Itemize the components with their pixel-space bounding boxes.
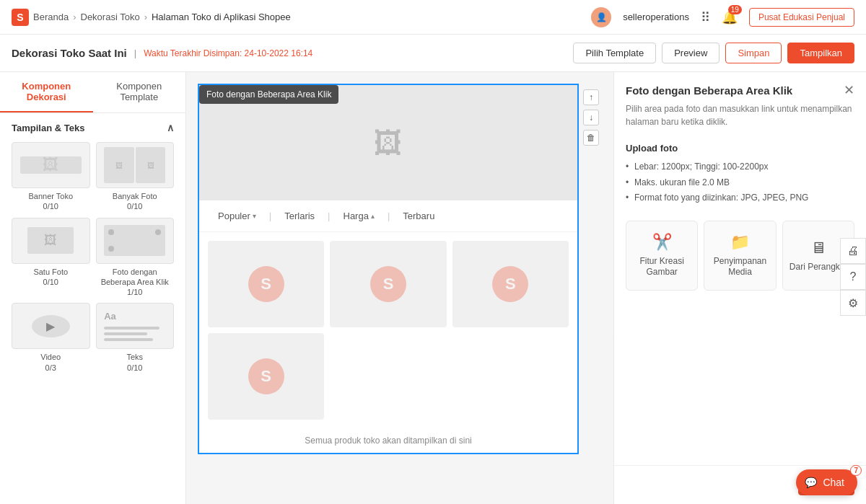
chevron-down-icon: ▾ — [253, 212, 256, 220]
left-sidebar: Komponen Dekorasi Komponen Template Tamp… — [0, 72, 186, 504]
filter-populer[interactable]: Populer ▾ — [208, 206, 266, 226]
username: selleroperations — [623, 12, 689, 22]
upload-rule-1: Lebar: 1200px; Tinggi: 100-2200px — [626, 159, 854, 175]
delete-button[interactable]: 🗑 — [583, 130, 599, 146]
floating-help-button[interactable]: ? — [840, 264, 866, 290]
grid-icon[interactable]: ⠿ — [701, 9, 710, 25]
right-panel-header: Foto dengan Beberapa Area Klik ✕ — [614, 72, 866, 100]
last-saved-time: Waktu Terakhir Disimpan: 24-10-2022 16:1… — [144, 48, 312, 58]
sidebar-item-satu-foto[interactable]: 🖼 Satu Foto 0/10 — [12, 218, 90, 298]
notification-bell[interactable]: 🔔 19 — [722, 9, 738, 25]
sidebar-tabs: Komponen Dekorasi Komponen Template — [0, 72, 185, 113]
components-grid: 🖼 Banner Toko 0/10 🖼 🖼 Banyak Foto — [0, 139, 185, 381]
filter-terlaris[interactable]: Terlaris — [274, 206, 325, 226]
right-panel: Foto dengan Beberapa Area Klik ✕ Pilih a… — [613, 72, 866, 504]
tab-komponen-template[interactable]: Komponen Template — [93, 72, 186, 112]
main-layout: Komponen Dekorasi Komponen Template Tamp… — [0, 72, 866, 504]
top-nav: S Beranda › Dekorasi Toko › Halaman Toko… — [0, 0, 866, 35]
breadcrumb-current: Halaman Toko di Aplikasi Shopee — [152, 12, 291, 22]
pusat-edukasi-button[interactable]: Pusat Edukasi Penjual — [749, 8, 854, 27]
simpan-button[interactable]: Simpan — [725, 43, 782, 63]
sidebar-item-banner-toko[interactable]: 🖼 Banner Toko 0/10 — [12, 142, 90, 212]
collapse-arrow[interactable]: ∧ — [167, 122, 174, 133]
tab-komponen-dekorasi[interactable]: Komponen Dekorasi — [0, 72, 93, 112]
chat-button[interactable]: 💬 Chat 7 — [796, 469, 857, 495]
product-item-3: S — [452, 241, 569, 327]
floating-print-button[interactable]: 🖨 — [840, 238, 866, 264]
product-item-2: S — [330, 241, 446, 327]
filter-harga[interactable]: Harga ▴ — [333, 206, 385, 226]
upload-rule-3: Format foto yang diizinkan: JPG, JPEG, P… — [626, 190, 854, 206]
filter-terbaru[interactable]: Terbaru — [393, 206, 445, 226]
upload-rule-2: Maks. ukuran file 2.0 MB — [626, 175, 854, 191]
notification-badge: 19 — [728, 5, 742, 14]
chevron-harga-icon: ▴ — [371, 212, 375, 220]
middle-content: Foto dengan Beberapa Area Klik 🖼 Populer… — [186, 72, 613, 504]
teks-count: 0/10 — [127, 363, 142, 372]
shopee-placeholder-icon-3: S — [492, 266, 528, 302]
sidebar-item-video[interactable]: ▶ Video 0/3 — [12, 303, 90, 373]
banner-count: 0/10 — [43, 202, 58, 211]
satu-foto-count: 0/10 — [43, 278, 58, 286]
right-panel-title: Foto dengan Beberapa Area Klik — [626, 84, 792, 97]
chat-count-badge: 7 — [850, 465, 862, 476]
satu-foto-icon: 🖼 — [44, 233, 57, 248]
product-item-1: S — [208, 241, 324, 327]
video-icon: ▶ — [46, 319, 55, 333]
move-up-button[interactable]: ↑ — [583, 89, 599, 105]
teks-label: Teks — [126, 353, 143, 361]
page-title: Dekorasi Toko Saat Ini — [12, 47, 127, 59]
section-header: Tampilan & Teks ∧ — [0, 113, 185, 139]
foto-area-count: 1/10 — [127, 288, 142, 296]
foto-area-label: Foto dengan Beberapa Area Klik — [101, 268, 169, 286]
penyimpanan-icon: 📁 — [730, 233, 750, 252]
product-grid: S S S S — [199, 232, 577, 428]
perangkat-icon: 🖥 — [810, 239, 826, 257]
toolbar-left: Dekorasi Toko Saat Ini | Waktu Terakhir … — [12, 47, 312, 59]
chat-message-icon: 💬 — [805, 477, 817, 488]
avatar: 👤 — [591, 7, 611, 27]
upload-option-kreasi[interactable]: ✂️ Fitur Kreasi Gambar — [626, 221, 698, 291]
kreasi-icon: ✂️ — [652, 233, 672, 252]
close-button[interactable]: ✕ — [844, 84, 854, 97]
floating-settings-button[interactable]: ⚙ — [840, 290, 866, 316]
video-label: Video — [40, 353, 61, 361]
section-title: Tampilan & Teks — [12, 123, 84, 133]
breadcrumb-dekorasi[interactable]: Dekorasi Toko — [81, 12, 140, 22]
toolbar: Dekorasi Toko Saat Ini | Waktu Terakhir … — [0, 35, 866, 72]
breadcrumb: S Beranda › Dekorasi Toko › Halaman Toko… — [12, 9, 291, 26]
upload-rules: Lebar: 1200px; Tinggi: 100-2200px Maks. … — [614, 159, 866, 215]
sidebar-item-foto-area-klik[interactable]: Foto dengan Beberapa Area Klik 1/10 — [96, 218, 175, 298]
canvas-area[interactable]: Foto dengan Beberapa Area Klik 🖼 Populer… — [198, 84, 579, 454]
kreasi-label: Fitur Kreasi Gambar — [632, 256, 691, 278]
product-item-4: S — [208, 333, 324, 420]
tampilkan-button[interactable]: Tampilkan — [787, 43, 854, 63]
video-count: 0/3 — [45, 363, 56, 372]
banyak-foto-count: 0/10 — [127, 202, 142, 211]
move-down-button[interactable]: ↓ — [583, 110, 599, 125]
product-caption: Semua produk toko akan ditampilkan di si… — [199, 428, 577, 453]
sidebar-item-banyak-foto[interactable]: 🖼 🖼 Banyak Foto 0/10 — [96, 142, 175, 212]
banyak-foto-label: Banyak Foto — [113, 192, 157, 200]
canvas-controls: ↑ ↓ 🗑 — [583, 89, 599, 146]
preview-button[interactable]: Preview — [662, 43, 720, 63]
filter-tabs: Populer ▾ | Terlaris | Harga ▴ | Terbaru — [199, 200, 577, 232]
upload-options: ✂️ Fitur Kreasi Gambar 📁 Penyimpanan Med… — [614, 215, 866, 302]
breadcrumb-home[interactable]: Beranda — [33, 12, 69, 22]
perangkat-label: Dari Perangkat — [790, 262, 847, 273]
shopee-placeholder-icon-2: S — [370, 266, 406, 302]
floating-side-buttons: 🖨 ? ⚙ — [840, 238, 866, 316]
canvas-wrapper: Foto dengan Beberapa Area Klik 🖼 Populer… — [198, 84, 579, 454]
pilih-template-button[interactable]: Pilih Template — [573, 43, 656, 63]
satu-foto-label: Satu Foto — [33, 268, 68, 276]
shopee-placeholder-icon-4: S — [248, 358, 284, 394]
nav-right: 👤 selleroperations ⠿ 🔔 19 Pusat Edukasi … — [591, 7, 854, 27]
toolbar-right: Pilih Template Preview Simpan Tampilkan — [573, 43, 854, 63]
image-placeholder-icon: 🖼 — [374, 127, 403, 159]
tooltip-box: Foto dengan Beberapa Area Klik — [199, 85, 338, 104]
sidebar-item-teks[interactable]: Aa Teks 0/10 — [96, 303, 175, 373]
penyimpanan-label: Penyimpanan Media — [710, 256, 769, 278]
right-panel-desc: Pilih area pada foto dan masukkan link u… — [614, 100, 866, 137]
upload-option-penyimpanan[interactable]: 📁 Penyimpanan Media — [704, 221, 776, 291]
banner-icon: 🖼 — [43, 156, 58, 174]
